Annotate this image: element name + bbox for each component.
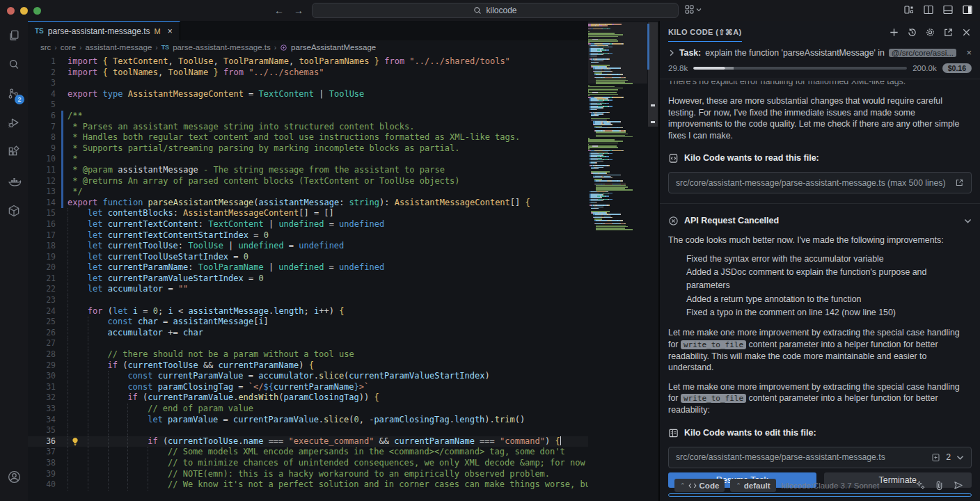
close-window-button[interactable] [7,7,15,15]
tokens-used: 29.8k [668,64,688,72]
message-input[interactable]: Type a message... ⌃ Code ⌃ default kiloc… [668,493,972,497]
enhance-prompt-icon[interactable] [915,480,926,491]
code-line: 30const currentParamValue = accumulator.… [28,371,658,382]
open-external-icon[interactable] [955,178,964,187]
context-usage: 29.8k 200.0k $0.16 [668,63,972,73]
sidebar-item-extensions[interactable] [0,138,28,167]
code-line: 25const char = assistantMessage[i] [28,317,658,328]
nav-back-icon[interactable]: ← [274,5,284,16]
toggle-sidebar-right-icon[interactable] [962,4,973,15]
split-editor-icon[interactable] [923,4,934,15]
code-line: 12 * @returns An array of parsed content… [28,176,658,187]
inline-code-chip: write_to_file [681,394,746,403]
profile-selector[interactable]: ⌃ default [730,479,775,492]
code-line: 1import { TextContent, ToolUse, ToolPara… [28,56,658,67]
open-in-editor-icon[interactable] [943,27,954,38]
task-file-mention-chip[interactable]: @/src/core/assi... [889,49,956,57]
edit-file-box[interactable]: src/core/assistant-message/parse-assista… [668,447,972,468]
scrollbar-thumb[interactable] [648,22,658,127]
improvements-list: Fixed the syntax error with the accumula… [668,253,972,320]
breadcrumb-item[interactable]: assistant-message [85,43,152,51]
editor-scrollbar[interactable] [647,21,658,501]
minimap[interactable] [588,21,647,501]
code-line: 26accumulator += char [28,328,658,339]
sidebar-item-explorer[interactable] [0,21,28,50]
minimize-window-button[interactable] [20,7,28,15]
gutter-modified-bar [61,176,63,187]
panel-title: KILO CODE (⇧⌘A) [668,23,742,42]
tokens-max: 200.0k [912,64,937,72]
code-line: 34let paramValue = currentParamValue.sli… [28,415,658,426]
scm-badge: 2 [15,95,24,104]
code-line: 24for (let i = 0; i < assistantMessage.l… [28,306,658,317]
sidebar-item-run-debug[interactable] [0,109,28,138]
account-icon [7,470,22,484]
breadcrumb-item[interactable]: parseAssistantMessage [291,43,376,51]
code-viewport[interactable]: 1import { TextContent, ToolUse, ToolPara… [28,54,658,501]
chevron-right-icon[interactable] [668,49,675,56]
search-icon [7,58,21,72]
breadcrumb-item[interactable]: core [61,43,76,51]
activity-bar: 2 [0,21,28,501]
task-summary[interactable]: Task: explain the function 'parseAssista… [660,43,980,79]
history-icon[interactable] [907,27,917,38]
new-task-icon[interactable] [889,27,899,38]
breadcrumb[interactable]: src› core› assistant-message› TS parse-a… [28,40,658,54]
chevron-up-icon: ⌃ [736,482,741,489]
code-line: 5 [28,100,658,111]
command-center-search[interactable]: kilocode [312,3,679,18]
code-mode-icon [688,482,697,489]
typescript-file-icon: TS [35,27,44,35]
editor-group: TS parse-assistant-message.ts M × ··· sr… [28,21,658,501]
profile-grid-button[interactable] [684,4,702,15]
code-line: 37// Some models XML encode ampersands i… [28,447,658,458]
improvement-item: Added a return type annotation to the fu… [686,293,972,306]
inline-code-chip: write_to_file [681,340,746,349]
chat-scroll-area[interactable]: There's no explicit error handling for m… [660,79,980,470]
sidebar-item-search[interactable] [0,50,28,79]
send-icon[interactable] [953,480,964,491]
circle-x-icon [668,216,679,226]
code-line: 36if (currentToolUse.name === "execute_c… [28,436,658,447]
tab-parse-assistant-message[interactable]: TS parse-assistant-message.ts M × [28,21,180,40]
read-file-box[interactable]: src/core/assistant-message/parse-assista… [668,172,972,193]
zoom-window-button[interactable] [33,7,41,15]
search-value: kilocode [486,6,516,15]
tab-close-icon[interactable]: × [168,26,173,36]
context-progress-bar [693,67,907,70]
toggle-panel-icon[interactable] [942,4,954,15]
code-line: 38// to minimize chances of unintended c… [28,458,658,469]
nav-forward-icon[interactable]: → [294,5,303,16]
attach-icon[interactable] [935,480,944,491]
mode-selector[interactable]: ⌃ Code [674,479,725,492]
api-cancelled-header[interactable]: API Request Cancelled [668,215,972,227]
task-text: explain the function 'parseAssistantMess… [705,48,885,58]
sidebar-item-source-control[interactable]: 2 [0,79,28,109]
model-label: kilocode:Claude 3.7 Sonnet [782,482,880,490]
gutter-modified-bar [61,122,63,133]
gutter-modified-bar [61,186,63,198]
code-line: 2import { toolNames, ToolName } from "..… [28,67,658,79]
customize-layout-icon[interactable] [903,4,915,15]
code-line: 39// NOTE(emn): this is a hacky workarou… [28,469,658,480]
sidebar-item-package-cube[interactable] [0,196,28,225]
chevron-down-icon[interactable] [956,454,964,461]
breadcrumb-item[interactable]: parse-assistant-message.ts [173,43,271,51]
overview-marker [651,104,655,106]
code-line: 31const paramClosingTag = `</${currentPa… [28,382,658,393]
sidebar-item-docker[interactable] [0,167,28,196]
chevron-down-icon[interactable] [964,217,972,225]
improvement-item: Added a JSDoc comment to explain the fun… [686,266,972,293]
account-button[interactable] [0,462,28,491]
file-edit-icon [668,428,679,438]
breadcrumb-item[interactable]: src [40,43,51,51]
edit-file-section-header: Kilo Code wants to edit this file: [668,427,972,439]
close-panel-icon[interactable] [961,27,972,38]
code-line: 4export type AssistantMessageContent = T… [28,89,658,100]
task-close-icon[interactable]: × [966,47,972,58]
files-icon [7,29,21,42]
settings-gear-icon[interactable] [925,27,935,38]
gutter-modified-bar [61,132,63,143]
run-debug-icon [7,116,21,130]
code-line: 14export function parseAssistantMessage(… [28,198,658,209]
